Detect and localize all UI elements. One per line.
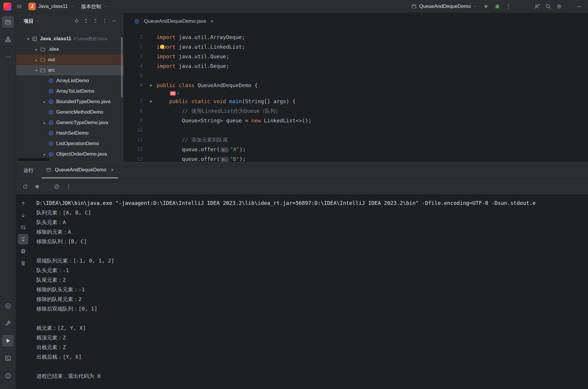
run-config-widget[interactable]: QueueAndDequeDemo — [408, 2, 480, 11]
project-widget[interactable]: J Java_class11 — [25, 1, 77, 12]
line-number: 11 — [124, 135, 146, 145]
run-tab-close-icon[interactable]: × — [111, 167, 114, 173]
tree-item-boundedtypedemo.java[interactable]: ▸CBoundedTypeDemo.java — [16, 96, 124, 107]
rerun-button[interactable] — [21, 182, 30, 191]
tree-item-.idea[interactable]: ▸.idea — [16, 44, 124, 54]
code-token: ); — [239, 156, 246, 162]
code-token — [157, 108, 182, 114]
arrow-down-button[interactable] — [18, 210, 28, 221]
locate-button[interactable] — [73, 17, 80, 25]
console-area: D:\IDEA\JDK\bin\java.exe "-javaagent:D:\… — [16, 195, 588, 389]
tree-item-arraylistdemo[interactable]: CArrayListDemo — [16, 75, 124, 86]
expand-all-button[interactable] — [82, 17, 90, 25]
tree-vertical-scrollbar[interactable] — [121, 37, 123, 98]
tree-chevron-icon[interactable]: ▾ — [33, 68, 40, 73]
code-line-6[interactable]: 6▶public class QueueAndDequeDemo { — [124, 80, 588, 90]
search-everywhere-button[interactable] — [543, 1, 553, 11]
code-line-3[interactable]: 3import java.util.Queue; — [124, 52, 588, 61]
clear-button[interactable] — [52, 182, 61, 191]
terminal-tool-button[interactable] — [2, 352, 14, 364]
vcs-widget[interactable]: 版本控制 — [78, 2, 110, 11]
tree-item-label: src — [48, 67, 55, 73]
more-vertical-button[interactable] — [64, 182, 73, 191]
tree-item-objectorderdemo.java[interactable]: ▸CObjectOrderDemo.java — [16, 149, 124, 159]
build-tool-button[interactable] — [2, 317, 14, 329]
editor: C QueueAndDequeDemo.java × 1import java.… — [124, 13, 588, 162]
services-tool-button[interactable] — [2, 300, 14, 311]
project-badge: J — [28, 3, 36, 10]
code-line-1[interactable]: 1import java.util.ArrayDeque; — [124, 32, 588, 42]
code-line-4[interactable]: 4import java.util.Deque; — [124, 61, 588, 71]
tree-item-src[interactable]: ▾src — [16, 65, 124, 75]
settings-button[interactable] — [554, 1, 564, 11]
gutter-spacer — [146, 116, 157, 125]
more-horizontal-tool-button[interactable] — [2, 51, 14, 63]
collapse-all-button[interactable] — [92, 17, 99, 25]
line-number: 5 — [124, 71, 146, 80]
gutter-spacer — [146, 71, 157, 80]
console-output[interactable]: D:\IDEA\JDK\bin\java.exe "-javaagent:D:\… — [30, 195, 588, 389]
run-config-label: QueueAndDequeDemo — [419, 3, 471, 9]
more-actions-button[interactable] — [503, 1, 513, 11]
code-line-5[interactable]: 5 — [124, 71, 588, 80]
run-tool-button[interactable] — [2, 335, 14, 346]
tree-item-genericmethoddemo[interactable]: CGenericMethodDemo — [16, 107, 124, 117]
tree-item-label: HashSetDemo — [56, 130, 89, 136]
code-line-12[interactable]: 12 queue.offer(e:"A"); — [124, 145, 588, 154]
run-tab[interactable]: QueueAndDequeDemo × — [42, 162, 118, 178]
editor-tab[interactable]: C QueueAndDequeDemo.java × — [131, 13, 217, 29]
tree-item-arraytolistdemo[interactable]: CArrayToListDemo — [16, 86, 124, 96]
code-token: queue.offer( — [157, 156, 220, 162]
titlebar-left: J Java_class11 版本控制 — [3, 1, 110, 12]
tree-item-java_class11[interactable]: ▾Java_class11F:\Java教材\Java — [16, 34, 124, 44]
code-line-8[interactable]: 8 // 使用LinkedList作为Queue（队列） — [124, 106, 588, 116]
structure-tool-button[interactable] — [2, 34, 14, 45]
minimize-button[interactable] — [574, 1, 584, 11]
code-area[interactable]: 1import java.util.ArrayDeque;2import jav… — [124, 29, 588, 162]
code-line-10[interactable]: 10 — [124, 125, 588, 135]
problems-tool-button[interactable] — [2, 370, 14, 381]
code-text: import java.util.Queue; — [157, 52, 229, 61]
tree-chevron-icon[interactable]: ▸ — [33, 58, 40, 62]
tree-chevron-icon[interactable]: ▸ — [41, 152, 48, 156]
run-line-icon[interactable]: ▶ — [146, 96, 157, 106]
print-button[interactable] — [18, 246, 28, 256]
run-button[interactable] — [481, 1, 491, 11]
project-tool-button[interactable] — [2, 16, 14, 28]
tree-item-out[interactable]: ▸out — [16, 54, 124, 65]
code-line-13[interactable]: 13 queue.offer(e:"B"); — [124, 154, 588, 162]
tree-chevron-icon[interactable]: ▸ — [41, 121, 48, 125]
inlay-badge-icon[interactable] — [170, 91, 176, 96]
arrow-up-button[interactable] — [18, 198, 28, 209]
tree-item-label: GenericTypeDemo.java — [56, 120, 108, 126]
console-line: 队尾元素：2 — [36, 275, 588, 285]
chevron-down-icon[interactable] — [36, 19, 40, 23]
code-line-7[interactable]: 7▶ public static void main(String[] args… — [124, 96, 588, 106]
tree-chevron-icon[interactable]: ▾ — [25, 37, 32, 41]
tab-close-icon[interactable]: × — [210, 18, 214, 24]
debug-button[interactable] — [492, 1, 502, 11]
code-line-2[interactable]: 2import java.util.LinkedList; — [124, 42, 588, 52]
tree-chevron-icon[interactable]: ▸ — [41, 100, 48, 104]
stop-button[interactable] — [33, 182, 42, 191]
tree-item-hashsetdemo[interactable]: CHashSetDemo — [16, 128, 124, 138]
main-menu-button[interactable] — [14, 1, 24, 11]
hide-button[interactable] — [110, 17, 118, 25]
trash-button[interactable] — [18, 258, 28, 268]
scroll-end-button[interactable] — [18, 234, 28, 244]
line-number: 4 — [124, 61, 146, 71]
tree-chevron-icon[interactable]: ▸ — [33, 47, 40, 52]
code-line-11[interactable]: 11 // 添加元素到队尾 — [124, 135, 588, 145]
more-vertical-button[interactable] — [101, 17, 108, 25]
chevron-down-icon — [103, 4, 108, 8]
tree-horizontal-scrollbar[interactable] — [18, 158, 49, 161]
inlay-hint[interactable]: ▾ — [170, 91, 179, 96]
code-token: import — [157, 63, 175, 69]
soft-wrap-button[interactable] — [18, 222, 28, 233]
code-token: import — [157, 53, 175, 59]
code-line-9[interactable]: 9 Queue<String> queue = new LinkedList<>… — [124, 116, 588, 125]
tree-item-listoperationdemo[interactable]: CListOperationDemo — [16, 138, 124, 149]
run-line-icon[interactable]: ▶ — [146, 80, 157, 90]
tree-item-generictypedemo.java[interactable]: ▸CGenericTypeDemo.java — [16, 117, 124, 128]
collaborate-button[interactable] — [532, 1, 542, 11]
